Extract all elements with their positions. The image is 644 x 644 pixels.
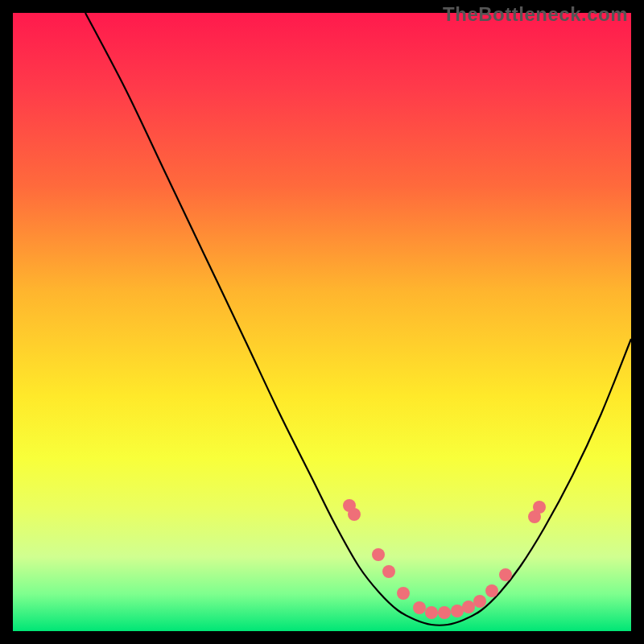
- curve-markers: [343, 499, 546, 619]
- data-marker: [382, 565, 395, 578]
- data-marker: [451, 605, 464, 617]
- data-marker: [413, 601, 426, 614]
- chart-frame: TheBottleneck.com: [0, 0, 644, 644]
- data-marker: [372, 548, 385, 561]
- data-marker: [533, 501, 546, 514]
- data-marker: [473, 595, 486, 608]
- data-marker: [485, 584, 498, 597]
- data-marker: [425, 606, 438, 619]
- data-marker: [397, 587, 410, 600]
- chart-svg: [13, 13, 631, 631]
- data-marker: [438, 606, 451, 619]
- data-marker: [348, 508, 361, 521]
- data-marker: [462, 601, 475, 613]
- data-marker: [499, 568, 512, 581]
- bottleneck-curve: [85, 13, 631, 625]
